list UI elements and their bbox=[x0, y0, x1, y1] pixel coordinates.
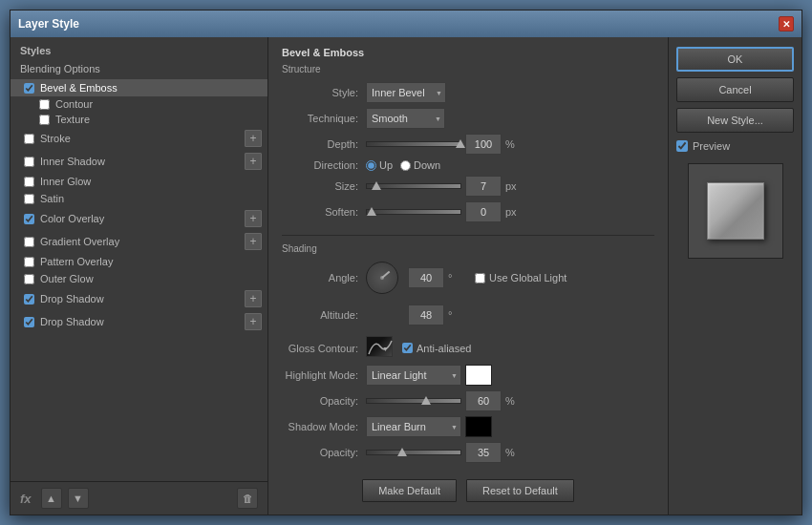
sidebar-item-color-overlay[interactable]: Color Overlay + bbox=[11, 207, 267, 230]
soften-label: Soften: bbox=[282, 206, 358, 218]
dialog-title: Layer Style bbox=[18, 17, 79, 31]
soften-thumb[interactable] bbox=[367, 207, 376, 216]
drop-shadow-1-add-button[interactable]: + bbox=[245, 290, 262, 307]
make-default-button[interactable]: Make Default bbox=[362, 479, 457, 502]
middle-panel: Bevel & Emboss Structure Style: Inner Be… bbox=[268, 37, 668, 514]
highlight-color-swatch[interactable] bbox=[465, 365, 492, 386]
styles-list: Bevel & Emboss Contour Texture Stroke bbox=[11, 77, 267, 481]
contour-checkbox[interactable] bbox=[39, 99, 50, 110]
altitude-input[interactable] bbox=[408, 304, 444, 326]
shadow-mode-label: Shadow Mode: bbox=[282, 421, 358, 432]
soften-input[interactable] bbox=[465, 201, 502, 222]
inner-shadow-checkbox[interactable] bbox=[24, 157, 34, 167]
angle-row: Angle: ° Use Global Light bbox=[282, 262, 654, 294]
sidebar-item-texture[interactable]: Texture bbox=[11, 112, 267, 127]
contour-label: Contour bbox=[55, 98, 93, 110]
blending-options-item[interactable]: Blending Options bbox=[11, 60, 267, 77]
inner-shadow-add-button[interactable]: + bbox=[245, 153, 262, 170]
stroke-add-button[interactable]: + bbox=[245, 130, 262, 147]
sidebar-item-drop-shadow-1[interactable]: Drop Shadow + bbox=[11, 287, 267, 310]
gloss-contour-label: Gloss Contour: bbox=[282, 343, 358, 354]
preview-option[interactable]: Preview bbox=[676, 138, 794, 154]
use-global-light-option[interactable]: Use Global Light bbox=[475, 272, 566, 284]
bevel-emboss-checkbox[interactable] bbox=[24, 83, 34, 94]
style-select[interactable]: Inner Bevel Outer Bevel Emboss bbox=[366, 82, 446, 103]
anti-aliased-checkbox[interactable] bbox=[402, 343, 413, 353]
pattern-overlay-checkbox[interactable] bbox=[24, 257, 34, 267]
sidebar-item-gradient-overlay[interactable]: Gradient Overlay + bbox=[11, 230, 267, 253]
anti-aliased-option[interactable]: Anti-aliased bbox=[402, 343, 471, 354]
depth-slider[interactable] bbox=[366, 137, 461, 151]
size-input[interactable] bbox=[465, 176, 502, 197]
angle-input[interactable] bbox=[408, 267, 444, 288]
sidebar-item-pattern-overlay[interactable]: Pattern Overlay bbox=[11, 253, 267, 270]
delete-button[interactable]: 🗑 bbox=[237, 488, 258, 509]
direction-down-option[interactable]: Down bbox=[400, 159, 440, 171]
sidebar-item-bevel-emboss[interactable]: Bevel & Emboss bbox=[11, 79, 267, 96]
move-up-button[interactable]: ▲ bbox=[41, 488, 62, 509]
highlight-mode-select[interactable]: Linear Light Normal Screen bbox=[366, 365, 461, 386]
drop-shadow-1-checkbox[interactable] bbox=[24, 294, 34, 304]
depth-input[interactable] bbox=[465, 134, 502, 155]
satin-checkbox[interactable] bbox=[24, 194, 34, 204]
gloss-contour-preview[interactable] bbox=[366, 336, 393, 357]
technique-label: Technique: bbox=[282, 113, 358, 124]
inner-glow-checkbox[interactable] bbox=[24, 177, 34, 187]
drop-shadow-2-checkbox[interactable] bbox=[24, 317, 34, 327]
size-thumb[interactable] bbox=[372, 181, 381, 190]
shadow-mode-row: Shadow Mode: Linear Burn Normal Multiply bbox=[282, 416, 654, 437]
direction-up-radio[interactable] bbox=[366, 160, 376, 171]
gloss-contour-row: Gloss Contour: Anti-aliased bbox=[282, 336, 654, 360]
cancel-button[interactable]: Cancel bbox=[676, 77, 794, 102]
altitude-label: Altitude: bbox=[282, 309, 358, 321]
sidebar-item-inner-glow[interactable]: Inner Glow bbox=[11, 173, 267, 190]
depth-thumb[interactable] bbox=[456, 139, 465, 148]
ok-button[interactable]: OK bbox=[676, 47, 794, 72]
move-down-button[interactable]: ▼ bbox=[68, 488, 89, 509]
new-style-button[interactable]: New Style... bbox=[676, 108, 794, 133]
close-button[interactable]: ✕ bbox=[779, 16, 794, 32]
gradient-overlay-add-button[interactable]: + bbox=[245, 233, 262, 250]
highlight-opacity-unit: % bbox=[505, 395, 521, 407]
structure-label: Structure bbox=[282, 64, 654, 74]
sidebar-item-drop-shadow-2[interactable]: Drop Shadow + bbox=[11, 310, 267, 333]
highlight-mode-label: Highlight Mode: bbox=[282, 369, 358, 381]
highlight-opacity-thumb[interactable] bbox=[421, 396, 431, 405]
layer-style-dialog: Layer Style ✕ Styles Blending Options Be… bbox=[10, 10, 802, 515]
color-overlay-checkbox[interactable] bbox=[24, 214, 34, 224]
shadow-mode-select[interactable]: Linear Burn Normal Multiply bbox=[366, 416, 461, 437]
dialog-body: Styles Blending Options Bevel & Emboss C… bbox=[11, 37, 801, 514]
texture-checkbox[interactable] bbox=[39, 115, 50, 125]
reset-to-default-button[interactable]: Reset to Default bbox=[466, 479, 574, 502]
color-overlay-add-button[interactable]: + bbox=[245, 210, 262, 227]
angle-dial[interactable] bbox=[366, 262, 398, 294]
technique-select[interactable]: Smooth Chisel Hard Chisel Soft bbox=[366, 108, 445, 129]
sidebar-item-satin[interactable]: Satin bbox=[11, 190, 267, 207]
direction-label: Direction: bbox=[282, 159, 358, 171]
depth-label: Depth: bbox=[282, 138, 358, 150]
shadow-opacity-thumb[interactable] bbox=[397, 448, 407, 456]
altitude-unit: ° bbox=[448, 309, 463, 321]
shadow-opacity-input[interactable] bbox=[465, 442, 502, 463]
use-global-light-checkbox[interactable] bbox=[475, 273, 485, 284]
shadow-opacity-slider[interactable] bbox=[366, 446, 461, 459]
outer-glow-label: Outer Glow bbox=[40, 273, 94, 284]
color-overlay-label: Color Overlay bbox=[40, 213, 104, 224]
inner-shadow-label: Inner Shadow bbox=[40, 156, 105, 167]
drop-shadow-2-add-button[interactable]: + bbox=[245, 313, 262, 330]
sidebar-item-outer-glow[interactable]: Outer Glow bbox=[11, 270, 267, 287]
stroke-checkbox[interactable] bbox=[24, 134, 34, 144]
soften-slider[interactable] bbox=[366, 205, 461, 219]
direction-down-radio[interactable] bbox=[400, 160, 411, 171]
size-slider[interactable] bbox=[366, 179, 461, 193]
shadow-color-swatch[interactable] bbox=[465, 416, 492, 437]
highlight-opacity-input[interactable] bbox=[465, 390, 502, 411]
sidebar-item-stroke[interactable]: Stroke + bbox=[11, 127, 267, 150]
sidebar-item-contour[interactable]: Contour bbox=[11, 96, 267, 112]
preview-checkbox[interactable] bbox=[676, 140, 688, 152]
gradient-overlay-checkbox[interactable] bbox=[24, 237, 34, 247]
highlight-opacity-slider[interactable] bbox=[366, 394, 461, 408]
outer-glow-checkbox[interactable] bbox=[24, 274, 34, 284]
sidebar-item-inner-shadow[interactable]: Inner Shadow + bbox=[11, 150, 267, 173]
direction-up-option[interactable]: Up bbox=[366, 159, 393, 171]
